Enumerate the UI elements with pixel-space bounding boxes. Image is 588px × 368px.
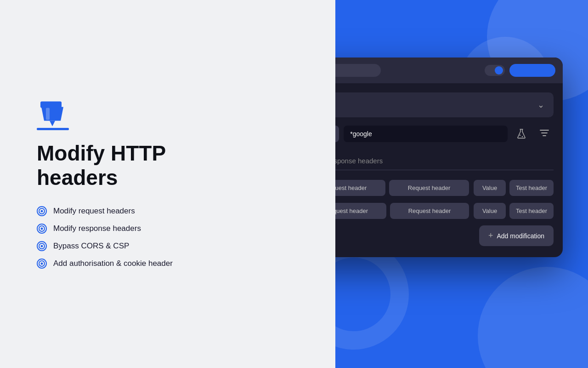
feature-item: Bypass CORS & CSP [37, 241, 173, 251]
filter-icon[interactable] [535, 125, 554, 143]
svg-rect-3 [46, 108, 50, 120]
if-request-row[interactable]: If request ⌄ [335, 92, 554, 117]
left-panel: Modify HTTPheaders Modify request header… [0, 0, 335, 368]
add-request-header-2[interactable]: Request header [389, 180, 469, 196]
browser-action-button[interactable] [509, 64, 555, 77]
tabs-row: Request headers Response headers [335, 152, 554, 170]
chevron-down-icon: ⌄ [537, 100, 544, 110]
pencil-icon [37, 99, 173, 130]
deco-circle-3 [478, 267, 588, 368]
right-panel: R If request ⌄ URL ▾ Co [335, 0, 588, 368]
filter-value-input[interactable]: *google [344, 126, 508, 142]
tab-response-headers[interactable]: Response headers [335, 152, 383, 170]
target-icon [37, 206, 47, 216]
add-value-field[interactable]: Value [474, 180, 506, 196]
plus-icon: + [488, 231, 493, 241]
override-test-header-field[interactable]: Test header [509, 203, 554, 219]
browser-url-bar [335, 64, 381, 77]
target-icon [37, 224, 47, 234]
svg-point-16 [520, 135, 520, 136]
add-modification-button[interactable]: + Add modification [479, 225, 554, 246]
filter-row: URL ▾ Contains ▾ *google [335, 125, 554, 143]
override-value-group: Value Test header [474, 203, 554, 219]
feature-item: Modify response headers [37, 224, 173, 234]
target-icon [37, 241, 47, 251]
feature-item: Modify request headers [37, 206, 173, 216]
main-title: Modify HTTPheaders [37, 141, 173, 190]
add-request-header-1[interactable]: Request header [335, 180, 385, 196]
browser-card: R If request ⌄ URL ▾ Co [335, 58, 563, 257]
add-header-fields: Request header Request header [335, 180, 469, 196]
feature-item: Add authorisation & cookie header [37, 259, 173, 269]
svg-marker-2 [50, 121, 55, 126]
test-icon[interactable] [512, 125, 531, 143]
browser-toggle-knob [495, 66, 503, 75]
override-mod-row: Override ▾ Request header Request header… [335, 202, 554, 219]
svg-point-17 [522, 136, 523, 137]
add-test-header-field[interactable]: Test header [509, 180, 554, 196]
svg-point-6 [41, 210, 43, 213]
browser-toggle[interactable] [485, 65, 505, 76]
browser-topbar: R [335, 58, 563, 83]
svg-point-15 [41, 263, 43, 265]
target-icon [37, 259, 47, 269]
pencil-svg-icon [37, 99, 69, 127]
add-modification-row: + Add modification [335, 225, 554, 246]
override-value-field[interactable]: Value [474, 203, 506, 219]
override-request-header-1[interactable]: Request header [335, 203, 386, 219]
add-value-group: Value Test header [474, 180, 554, 196]
pencil-underline [37, 128, 69, 130]
svg-rect-0 [40, 101, 62, 108]
svg-marker-1 [41, 107, 63, 121]
pencil-icon-wrapper [37, 99, 173, 130]
left-content: Modify HTTPheaders Modify request header… [37, 99, 173, 269]
override-request-header-2[interactable]: Request header [390, 203, 469, 219]
svg-point-9 [41, 228, 43, 230]
override-header-fields: Request header Request header [335, 203, 469, 219]
add-mod-row: Add ▾ Request header Request header Valu… [335, 179, 554, 196]
browser-content: If request ⌄ URL ▾ Contains ▾ *google [335, 83, 563, 257]
feature-list: Modify request headers Modify response h… [37, 206, 173, 269]
svg-point-12 [41, 245, 43, 247]
contains-filter-pill[interactable]: Contains ▾ [335, 126, 339, 142]
